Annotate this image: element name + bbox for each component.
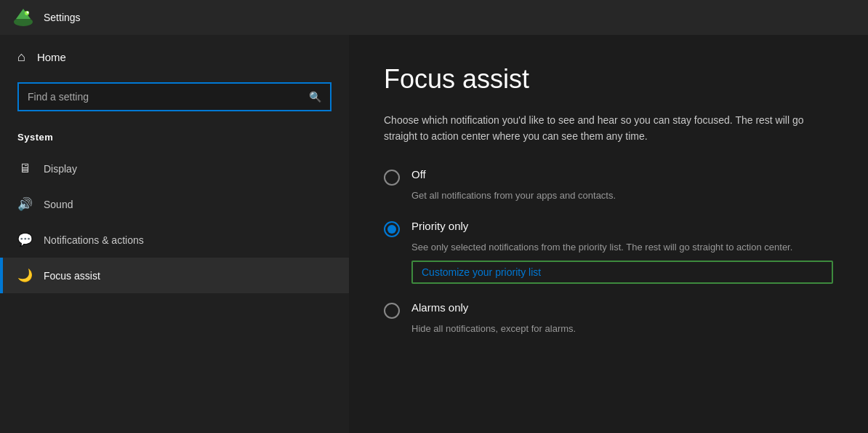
search-input[interactable]: [19, 84, 300, 110]
sound-icon: 🔊: [17, 196, 32, 212]
title-bar: Settings: [0, 0, 868, 35]
home-icon: ⌂: [17, 49, 25, 65]
sidebar-item-sound[interactable]: 🔊 Sound: [0, 186, 349, 222]
page-title: Focus assist: [384, 64, 833, 95]
option-off-desc: Get all notifications from your apps and…: [411, 188, 819, 203]
option-priority-desc: See only selected notifications from the…: [411, 240, 819, 255]
app-logo: [12, 6, 35, 29]
main-layout: ⌂ Home 🔍 System 🖥 Display 🔊 Sound 💬 Not: [0, 35, 868, 433]
option-alarms-desc: Hide all notifications, except for alarm…: [411, 322, 819, 336]
option-priority-row: Priority only: [384, 220, 833, 237]
option-off-row: Off: [384, 168, 833, 186]
customize-priority-link[interactable]: Customize your priority list: [411, 261, 833, 284]
radio-priority-only[interactable]: [384, 221, 400, 237]
sidebar-item-focus-assist[interactable]: 🌙 Focus assist: [0, 258, 349, 293]
content-area: Focus assist Choose which notification y…: [349, 35, 868, 433]
option-alarms-only: Alarms only Hide all notifications, exce…: [384, 301, 833, 336]
page-description: Choose which notification you'd like to …: [384, 112, 833, 145]
search-container: 🔍: [0, 74, 349, 120]
sidebar-item-notifications[interactable]: 💬 Notifications & actions: [0, 222, 349, 258]
sidebar-item-display-label: Display: [44, 163, 77, 175]
search-icon: 🔍: [309, 91, 321, 103]
sidebar-item-sound-label: Sound: [44, 199, 73, 210]
sidebar-item-home[interactable]: ⌂ Home: [0, 41, 349, 74]
svg-point-3: [27, 12, 29, 14]
sidebar-item-display[interactable]: 🖥 Display: [0, 151, 349, 186]
sidebar-home-label: Home: [37, 51, 66, 63]
radio-off[interactable]: [384, 170, 400, 186]
notifications-icon: 💬: [17, 232, 32, 247]
display-icon: 🖥: [17, 162, 32, 176]
sidebar-item-focus-assist-label: Focus assist: [44, 270, 100, 282]
option-alarms-row: Alarms only: [384, 301, 833, 319]
system-label: System: [0, 126, 349, 151]
focus-assist-icon: 🌙: [17, 268, 32, 283]
option-off: Off Get all notifications from your apps…: [384, 168, 833, 203]
app-title: Settings: [44, 12, 81, 23]
option-alarms-label: Alarms only: [411, 301, 468, 314]
option-off-label: Off: [411, 168, 426, 180]
sidebar-item-notifications-label: Notifications & actions: [44, 234, 144, 246]
sidebar: ⌂ Home 🔍 System 🖥 Display 🔊 Sound 💬 Not: [0, 35, 349, 433]
search-box: 🔍: [17, 82, 331, 111]
option-priority-only: Priority only See only selected notifica…: [384, 220, 833, 284]
search-button[interactable]: 🔍: [300, 84, 330, 110]
radio-alarms-only[interactable]: [384, 303, 400, 319]
option-priority-label: Priority only: [411, 220, 468, 232]
option-group: Off Get all notifications from your apps…: [384, 168, 833, 354]
